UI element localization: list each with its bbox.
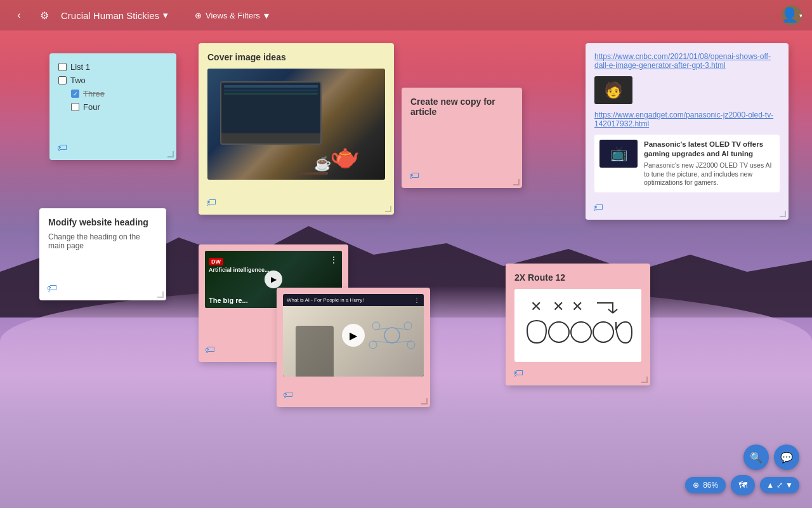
route-drawing: ✕ ✕ ✕: [514, 289, 641, 362]
svg-point-14: [549, 322, 569, 342]
user-avatar[interactable]: 👤 ▾: [782, 5, 802, 25]
elon-row: 🧑: [594, 76, 780, 104]
checklist-label-1: List 1: [70, 62, 90, 72]
video2-title: What is AI - For People in a Hurry!: [287, 297, 363, 303]
checklist-item-2: Two: [58, 76, 167, 85]
zoom-level: 86%: [703, 481, 718, 490]
panasonic-thumb: 📺: [599, 140, 638, 168]
up-arrow: ▲: [766, 481, 774, 490]
cover-resize-handle[interactable]: [385, 206, 391, 212]
video2-person: [296, 326, 334, 377]
svg-text:✕: ✕: [572, 298, 583, 314]
link-2[interactable]: https://www.engadget.com/panasonic-jz200…: [594, 110, 780, 128]
checklist-sticky: List 1 Two ✓ Three Four 🏷: [49, 53, 176, 160]
video2-tag-icon[interactable]: 🏷: [283, 389, 293, 401]
route-title: 2X Route 12: [514, 272, 641, 283]
panasonic-desc: Panasonic's new JZ2000 OLED TV uses AI t…: [644, 161, 775, 187]
topbar-left: ‹ ⚙ Crucial Human Stickies ▾ ⊕ Views & F…: [10, 6, 782, 24]
checkbox-2[interactable]: [58, 76, 67, 84]
checklist-label-2: Two: [70, 76, 86, 85]
video1-tag-icon[interactable]: 🏷: [205, 344, 215, 356]
modify-text: Change the heading on the main page: [48, 232, 157, 250]
views-filters-btn[interactable]: ⊕ Views & Filters ▾: [195, 10, 269, 22]
modify-tag-icon[interactable]: 🏷: [47, 283, 57, 294]
dw-badge: DW: [209, 258, 223, 265]
cover-tag-icon[interactable]: 🏷: [206, 197, 216, 208]
svg-point-4: [407, 341, 415, 349]
panasonic-card[interactable]: 📺 Panasonic's latest OLED TV offers gami…: [594, 135, 780, 192]
checklist-resize-handle[interactable]: [167, 151, 174, 157]
expand-icon: ⤢: [776, 481, 783, 490]
checkbox-1[interactable]: [58, 63, 67, 71]
topbar: ‹ ⚙ Crucial Human Stickies ▾ ⊕ Views & F…: [0, 0, 812, 30]
checklist-item-3: ✓ Three: [71, 89, 167, 98]
settings-button[interactable]: ⚙: [36, 6, 53, 24]
create-copy-tag-icon[interactable]: 🏷: [409, 170, 419, 182]
create-copy-title: Create new copy for article: [410, 97, 513, 117]
views-filters-label: Views & Filters: [206, 11, 260, 20]
modify-resize-handle[interactable]: [157, 291, 164, 298]
checklist-item-4: Four: [71, 102, 167, 112]
video1-dots[interactable]: ⋮: [329, 255, 338, 265]
video2-thumb: What is AI - For People in a Hurry! ⋮ ▶: [283, 294, 424, 377]
svg-point-3: [369, 341, 377, 349]
cover-sticky: Cover image ideas 🫖 ☕ 🏷: [199, 43, 394, 215]
link-1[interactable]: https://www.cnbc.com/2021/01/08/openai-s…: [594, 52, 780, 70]
title-dropdown-icon: ▾: [163, 10, 168, 21]
top-control-row: 🔍 💬: [743, 444, 799, 470]
zoom-icon: ⊕: [693, 481, 699, 490]
checkbox-3[interactable]: ✓: [71, 90, 79, 98]
app-title-text: Crucial Human Stickies: [61, 10, 159, 21]
links-resize-handle[interactable]: [780, 211, 786, 217]
bottom-controls: 🔍 💬 ⊕ 86% 🗺 ▲ ⤢ ▼: [685, 444, 799, 495]
route-sticky: 2X Route 12 ✕ ✕ ✕ 🏷: [506, 264, 650, 385]
checkbox-4[interactable]: [71, 103, 79, 111]
checklist-label-4: Four: [83, 102, 100, 112]
checklist-label-3: Three: [83, 89, 105, 98]
expand-btn[interactable]: ▲ ⤢ ▼: [760, 477, 799, 493]
cover-image: 🫖 ☕: [207, 69, 385, 180]
svg-text:✕: ✕: [553, 298, 564, 314]
down-arrow: ▼: [785, 481, 793, 490]
video2-play-btn[interactable]: ▶: [342, 324, 365, 347]
modify-sticky: Modify website heading Change the headin…: [39, 208, 166, 300]
video2-sticky: What is AI - For People in a Hurry! ⋮ ▶ …: [277, 288, 430, 407]
modify-title: Modify website heading: [48, 217, 157, 227]
svg-line-12: [608, 309, 613, 313]
bottom-control-row: ⊕ 86% 🗺 ▲ ⤢ ▼: [685, 475, 799, 495]
links-sticky: https://www.cnbc.com/2021/01/08/openai-s…: [586, 43, 789, 220]
video2-resize-handle[interactable]: [421, 398, 428, 404]
svg-line-13: [613, 309, 617, 313]
layers-icon: ⊕: [195, 11, 202, 20]
video1-subtitle: The big re...: [209, 297, 248, 304]
svg-text:✕: ✕: [530, 298, 542, 314]
checklist-item-1: List 1: [58, 62, 167, 72]
map-btn[interactable]: 🗺: [731, 475, 755, 495]
svg-point-16: [593, 322, 613, 342]
back-button[interactable]: ‹: [10, 6, 28, 24]
views-dropdown-icon: ▾: [264, 10, 269, 22]
zoom-control[interactable]: ⊕ 86%: [685, 477, 726, 493]
route-resize-handle[interactable]: [641, 377, 648, 383]
create-copy-resize-handle[interactable]: [513, 179, 520, 185]
elon-avatar: 🧑: [594, 76, 632, 104]
app-title[interactable]: Crucial Human Stickies ▾: [61, 10, 168, 21]
create-copy-sticky: Create new copy for article 🏷: [402, 88, 522, 188]
svg-point-0: [384, 328, 400, 343]
panasonic-info: Panasonic's latest OLED TV offers gaming…: [644, 140, 775, 187]
video2-title-bar: What is AI - For People in a Hurry! ⋮: [283, 294, 424, 306]
video1-play-btn[interactable]: ▶: [265, 271, 282, 288]
links-tag-icon[interactable]: 🏷: [593, 202, 603, 213]
cover-title: Cover image ideas: [207, 52, 385, 62]
avatar-icon: 👤: [782, 7, 798, 23]
video2-diagram: [367, 313, 417, 358]
svg-point-2: [404, 322, 412, 330]
avatar-dropdown: ▾: [799, 12, 802, 19]
route-tag-icon[interactable]: 🏷: [513, 368, 523, 379]
chat-btn[interactable]: 💬: [774, 444, 799, 470]
video2-dots[interactable]: ⋮: [414, 297, 420, 304]
panasonic-title: Panasonic's latest OLED TV offers gaming…: [644, 140, 775, 159]
svg-point-15: [571, 322, 591, 342]
checklist-tag-icon[interactable]: 🏷: [57, 142, 67, 154]
search-btn[interactable]: 🔍: [743, 444, 769, 470]
